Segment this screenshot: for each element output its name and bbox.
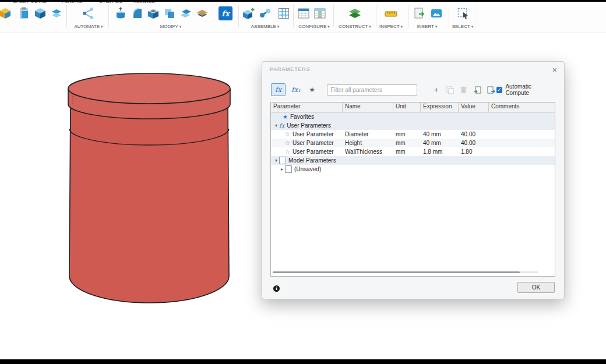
delete-parameter-icon[interactable] <box>459 84 469 95</box>
table-row-model-parameters[interactable]: ▾Model Parameters <box>271 156 555 165</box>
table-row-unsaved[interactable]: ▸(Unsaved) <box>271 165 555 174</box>
table-row-user-parameters[interactable]: ▾fxUser Parameters <box>271 121 555 130</box>
measure-icon[interactable] <box>383 5 399 22</box>
param-name[interactable]: Height <box>343 140 393 146</box>
close-icon[interactable]: × <box>550 64 559 76</box>
param-expression[interactable]: 40 mm <box>421 131 459 137</box>
param-value: 40.00 <box>459 140 489 146</box>
decal-icon[interactable] <box>411 5 427 22</box>
chevron-down-icon[interactable]: ▾ <box>273 123 279 128</box>
info-icon[interactable]: i <box>273 285 280 292</box>
split-body-icon[interactable] <box>195 5 210 22</box>
parameters-table: Parameter Name Unit Expression Value Com… <box>270 102 555 277</box>
automatic-compute-label: Automatic Compute <box>505 83 555 96</box>
group-label-assemble[interactable]: ASSEMBLE▾ <box>245 24 286 29</box>
group-label-insert[interactable]: INSERT▾ <box>410 24 445 29</box>
copy-parameter-icon[interactable] <box>445 84 455 95</box>
fillet-icon[interactable] <box>129 5 145 22</box>
change-parameters-icon[interactable]: fx <box>218 5 233 22</box>
config-table-icon[interactable] <box>296 5 311 22</box>
parameter-type-label: User Parameter <box>293 131 334 137</box>
export-csv-icon[interactable] <box>486 84 496 95</box>
toolbar-divider <box>66 5 67 27</box>
group-label-modify[interactable]: MODIFY▾ <box>153 24 188 29</box>
filter-parameters-input[interactable] <box>327 84 417 96</box>
fx-icon: fx <box>279 122 284 129</box>
joint-icon[interactable] <box>258 5 273 22</box>
fx-glyph: fx <box>219 6 232 20</box>
param-expression[interactable]: 1.8 mm <box>421 149 459 155</box>
group-label-inspect[interactable]: INSPECT▾ <box>374 24 408 29</box>
param-value: 40.00 <box>459 131 489 137</box>
ok-button[interactable]: OK <box>517 282 555 293</box>
checkbox-checked-icon: ✓ <box>496 87 503 93</box>
table-row-diameter[interactable]: ☆User Parameter Diameter mm 40 mm 40.00 <box>271 130 555 139</box>
layers-icon[interactable] <box>49 5 64 22</box>
favorite-toggle-star-icon[interactable]: ☆ <box>285 140 290 146</box>
table-row-height[interactable]: ☆User Parameter Height mm 40 mm 40.00 <box>271 139 555 147</box>
horizontal-scrollbar-thumb[interactable] <box>273 271 520 273</box>
cube-blue-icon[interactable] <box>33 5 48 22</box>
cube-yellow-icon[interactable] <box>0 5 13 22</box>
chevron-down-icon[interactable]: ▾ <box>273 158 279 163</box>
chevron-down-icon: ▾ <box>401 24 403 29</box>
table-row-favorites[interactable]: ★Favorites <box>271 112 555 121</box>
rigid-group-icon[interactable] <box>276 5 291 22</box>
group-label-configure[interactable]: CONFIGURE▾ <box>293 24 335 29</box>
toolbar-divider <box>477 5 477 27</box>
param-unit: mm <box>393 140 421 146</box>
group-label-construct[interactable]: CONSTRUCT▾ <box>334 24 376 29</box>
column-header-value: Value <box>459 103 489 112</box>
canvas-icon[interactable] <box>429 5 444 22</box>
letterbox-top <box>0 0 606 2</box>
param-unit: mm <box>393 149 421 155</box>
chevron-down-icon: ▾ <box>369 24 371 29</box>
dialog-footer: i OK <box>262 279 564 299</box>
column-header-comments: Comments <box>489 103 555 112</box>
fusion-app-window: SHEET METAL PLASTIC UTILITIES MANAGE AUT… <box>0 0 606 364</box>
document-icon <box>279 157 286 164</box>
chevron-right-icon[interactable]: ▸ <box>279 167 285 172</box>
shell-icon[interactable] <box>146 5 161 22</box>
table-row-wallthickness[interactable]: ☆User Parameter WallThickness mm 1.8 mm … <box>271 147 555 156</box>
clipboard-icon[interactable] <box>16 5 31 22</box>
filter-favorites-star-icon[interactable]: ★ <box>306 84 318 96</box>
chevron-down-icon: ▾ <box>101 24 103 29</box>
dialog-title: PARAMETERS <box>270 66 310 72</box>
offset-face-icon[interactable] <box>178 5 193 22</box>
filter-model-parameters-button[interactable]: fx₁ <box>289 84 302 96</box>
press-pull-icon[interactable] <box>113 5 128 22</box>
row-label: Model Parameters <box>288 157 336 164</box>
chevron-down-icon: ▾ <box>327 24 330 29</box>
combine-icon[interactable] <box>162 5 177 22</box>
param-expression[interactable]: 40 mm <box>421 140 459 146</box>
construction-planes-icon[interactable] <box>347 5 362 22</box>
new-component-icon[interactable] <box>241 5 256 22</box>
toolbar-divider <box>408 5 408 27</box>
column-header-unit: Unit <box>393 103 421 112</box>
group-label-automate[interactable]: AUTOMATE▾ <box>71 24 106 29</box>
config-insert-icon[interactable] <box>312 5 327 22</box>
branch-nodes-icon[interactable] <box>80 5 96 22</box>
chevron-down-icon: ▾ <box>435 24 438 29</box>
filter-user-parameters-button[interactable]: fx <box>271 83 286 96</box>
param-name[interactable]: WallThickness <box>343 149 393 155</box>
group-label-select[interactable]: SELECT▾ <box>445 24 480 29</box>
horizontal-scrollbar-track[interactable] <box>273 271 538 273</box>
param-name[interactable]: Diameter <box>343 131 393 137</box>
import-csv-icon[interactable] <box>473 84 483 95</box>
toolbar-divider <box>238 5 239 27</box>
row-label: (Unsaved) <box>294 166 321 172</box>
automatic-compute-checkbox[interactable]: ✓ Automatic Compute <box>496 83 555 96</box>
favorite-toggle-star-icon[interactable]: ☆ <box>285 131 290 137</box>
add-parameter-icon[interactable]: + <box>431 84 442 95</box>
letterbox-bottom <box>0 359 606 364</box>
viewport-model-cylinder[interactable] <box>55 70 242 310</box>
parameter-type-label: User Parameter <box>293 149 334 155</box>
column-header-name: Name <box>343 103 393 112</box>
param-value: 1.80 <box>459 149 489 155</box>
column-header-expression: Expression <box>421 103 459 112</box>
favorite-toggle-star-icon[interactable]: ☆ <box>285 149 290 155</box>
select-cursor-icon[interactable] <box>456 5 471 22</box>
column-header-parameter: Parameter <box>271 103 343 112</box>
